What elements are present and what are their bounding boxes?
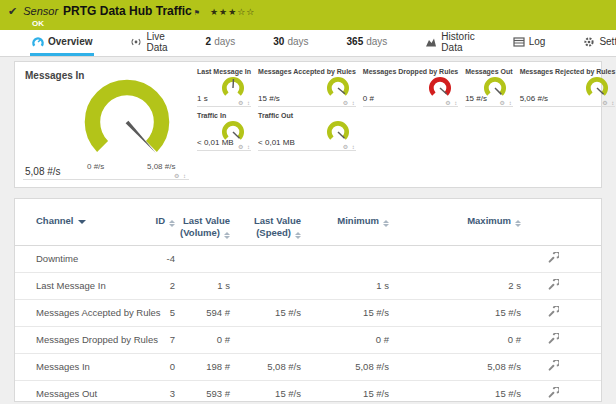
channel-row-messages-in: Messages In0198 #5,08 #/s5,08 #/s5,08 #/… — [15, 353, 601, 380]
gauge-dial — [324, 75, 352, 101]
gauge-cell-icons[interactable]: ⚙ ↕ — [343, 99, 356, 106]
cell-max: 15 #/s — [389, 380, 521, 404]
gauge-cell-last-message-in[interactable]: Last Message In1 s ⚙ ↕ — [197, 66, 251, 107]
tab-label: Log — [529, 36, 546, 47]
gauge-cell-icons[interactable]: ⚙ ↕ — [238, 99, 251, 106]
channel-name: Downtime — [15, 245, 153, 272]
sensor-title: PRTG Data Hub Traffic — [63, 4, 192, 18]
tab-2-days[interactable]: 2days — [204, 30, 238, 56]
channel-name: Last Message In — [15, 272, 153, 299]
gauge-cell-traffic-out[interactable]: Traffic Out< 0,01 MB ⚙ ↕ — [258, 110, 356, 151]
gauge-title: Messages Accepted by Rules — [258, 66, 356, 75]
column-label: Minimum — [337, 215, 379, 226]
sort-icon — [169, 220, 175, 227]
column-label: Last Value — [254, 215, 301, 226]
column-header-last-value-volume-[interactable]: Last Value(Volume) — [175, 205, 230, 245]
row-actions — [521, 245, 601, 272]
sensor-kind-label: Sensor — [23, 5, 58, 17]
gauge-value: 15 #/s — [258, 94, 280, 103]
chart-icon — [425, 36, 437, 48]
wrench-icon[interactable] — [547, 360, 559, 372]
column-label: Last Value — [183, 215, 230, 226]
gauge-cell-icons[interactable]: ⚙ ↕ — [602, 99, 615, 106]
column-header-actions — [521, 205, 601, 245]
log-icon — [513, 36, 525, 48]
gauge-value: 0 # — [363, 94, 374, 103]
gauge-cell-icons[interactable]: ⚙ ↕ — [445, 99, 458, 106]
gauge-cell-icons[interactable]: ⚙ ↕ — [500, 99, 513, 106]
tab-label: Live Data — [146, 31, 167, 53]
column-header-maximum[interactable]: Maximum — [389, 205, 521, 245]
gauge-title: Messages Out — [465, 66, 512, 75]
cell-id: 3 — [153, 380, 175, 404]
channel-name: Messages Dropped by Rules — [15, 326, 153, 353]
tab-number: 30 — [273, 36, 284, 47]
gauge-dial — [324, 119, 352, 145]
gauge-dial — [219, 119, 247, 145]
tab-label: days — [214, 36, 235, 47]
tab-live-data[interactable]: Live Data — [128, 30, 169, 56]
flag-icon[interactable]: ⚑ — [194, 9, 200, 17]
gauge-value: 5,06 #/s — [520, 94, 548, 103]
wrench-icon[interactable] — [547, 279, 559, 291]
wrench-icon[interactable] — [547, 387, 559, 399]
tab-log[interactable]: Log — [511, 30, 548, 56]
gauge-dial — [426, 75, 454, 101]
tab-365-days[interactable]: 365days — [345, 30, 390, 56]
gauge-cell-messages-rejected-by-rules[interactable]: Messages Rejected by Rules5,06 #/s ⚙ ↕ — [520, 66, 616, 107]
channel-row-messages-out: Messages Out3593 #15 #/s15 #/s15 #/s — [15, 380, 601, 404]
cell-min — [301, 245, 389, 272]
cell-max: 5,08 #/s — [389, 353, 521, 380]
wrench-icon[interactable] — [547, 252, 559, 264]
cell-spd: 5,08 #/s — [230, 353, 301, 380]
cell-spd: 15 #/s — [230, 299, 301, 326]
tab-30-days[interactable]: 30days — [271, 30, 310, 56]
priority-stars[interactable]: ★★★☆☆ — [210, 7, 255, 17]
row-actions — [521, 272, 601, 299]
channel-row-messages-dropped-by-rules: Messages Dropped by Rules70 #0 #0 # — [15, 326, 601, 353]
column-header-channel[interactable]: Channel — [15, 205, 153, 245]
row-actions — [521, 380, 601, 404]
gauge-title: Traffic Out — [258, 110, 356, 119]
tab-historic-data[interactable]: Historic Data — [423, 30, 476, 56]
gauge-cell-messages-dropped-by-rules[interactable]: Messages Dropped by Rules0 # ⚙ ↕ — [363, 66, 458, 107]
row-actions — [521, 353, 601, 380]
primary-gauge-cell[interactable]: Messages In 0 #/s 5,08 #/s 5,08 #/s ⚙ ↕ — [23, 66, 189, 180]
gauge-cell-icons[interactable]: ⚙ ↕ — [174, 172, 187, 179]
sort-desc-icon — [78, 220, 86, 224]
cell-vol: 594 # — [175, 299, 230, 326]
gauge-title: Last Message In — [197, 66, 251, 75]
gauge-cell-icons[interactable]: ⚙ ↕ — [343, 143, 356, 150]
gauge-cell-traffic-in[interactable]: Traffic In< 0,01 MB ⚙ ↕ — [197, 110, 251, 151]
gauge-title: Traffic In — [197, 110, 251, 119]
column-header-id[interactable]: ID — [153, 205, 175, 245]
gauge-cell-messages-accepted-by-rules[interactable]: Messages Accepted by Rules15 #/s ⚙ ↕ — [258, 66, 356, 107]
tab-overview[interactable]: Overview — [30, 30, 94, 56]
gauge-cell-icons[interactable]: ⚙ ↕ — [238, 143, 251, 150]
primary-gauge-value: 5,08 #/s — [25, 166, 61, 177]
gauge-dial — [583, 75, 611, 101]
column-label: (Volume) — [180, 227, 220, 238]
status-badge: OK — [32, 19, 606, 28]
tab-number: 2 — [206, 36, 212, 47]
cell-vol — [175, 245, 230, 272]
column-header-last-value-speed-[interactable]: Last Value(Speed) — [230, 205, 301, 245]
tab-settings[interactable]: Settings — [581, 30, 616, 56]
check-icon: ✔ — [8, 5, 17, 18]
cell-spd — [230, 326, 301, 353]
cell-vol: 0 # — [175, 326, 230, 353]
cell-max — [389, 245, 521, 272]
gauge-icon — [32, 36, 44, 48]
wrench-icon[interactable] — [547, 333, 559, 345]
cell-spd: 15 #/s — [230, 380, 301, 404]
sort-icon — [224, 232, 230, 239]
primary-gauge-scale-max: 5,08 #/s — [147, 162, 175, 171]
cell-min: 0 # — [301, 326, 389, 353]
gauge-cell-messages-out[interactable]: Messages Out15 #/s ⚙ ↕ — [465, 66, 512, 107]
tab-label: days — [366, 36, 387, 47]
column-label: (Speed) — [256, 227, 291, 238]
column-header-minimum[interactable]: Minimum — [301, 205, 389, 245]
wrench-icon[interactable] — [547, 306, 559, 318]
tab-label: Overview — [48, 36, 92, 47]
channel-name: Messages In — [15, 353, 153, 380]
